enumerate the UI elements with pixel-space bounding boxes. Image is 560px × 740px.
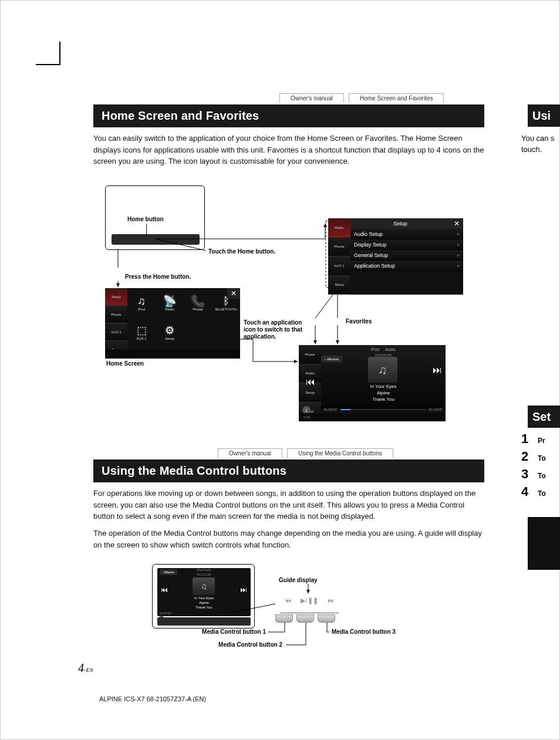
note-icon: ♫ (379, 363, 387, 377)
tab-owners-manual: Owner's manual (218, 448, 282, 458)
close-button[interactable]: ✕ (450, 218, 463, 229)
device-screen: ‹Albums iPod Audio 0013/0184 ♫ ⏮ ⏭ In Yo… (157, 568, 251, 616)
album-name: Thank You (157, 606, 251, 609)
chevron-right-icon: » (457, 242, 460, 248)
footer-text: ALPINE ICS-X7 68-21057Z37-A (EN) (99, 695, 206, 702)
app-phone[interactable]: 📞Phone (184, 288, 212, 317)
player-mock: Phone Radio Setup iPod iPod Audio ‹Album… (299, 345, 446, 421)
album-art-small: ♫ (193, 577, 215, 595)
label-home-button: Home button (127, 216, 164, 222)
next-button[interactable]: ⏭ (240, 586, 247, 594)
app-ipod[interactable]: ♫iPod (127, 288, 156, 317)
song-title: In Your Eyes (157, 596, 251, 600)
time-elapsed: 00:00'04" (323, 408, 338, 411)
sidebar-item-phone[interactable]: Phone (328, 238, 350, 257)
chevron-right-icon: » (457, 252, 460, 258)
app-aux1[interactable]: ⬚AUX 1 (127, 317, 156, 347)
section2-intro-b: The operation of the Media Control butto… (93, 528, 484, 550)
phone-icon: 📞 (191, 295, 204, 308)
label-guide-display: Guide display (279, 577, 318, 583)
guide-next-icon: ⏭ (328, 597, 334, 604)
section1-intro: You can easily switch to the application… (93, 133, 484, 167)
app-radio[interactable]: 📡Radio (156, 288, 184, 317)
right-text-2: touch. (521, 144, 560, 156)
right-screenshot-crop (528, 517, 560, 570)
hardware-buttons (275, 614, 335, 623)
prev-button[interactable]: ⏮ (161, 586, 168, 594)
album-art: ♫ (368, 357, 397, 383)
setup-row-audio[interactable]: Audio Setup» (350, 229, 463, 239)
device-outline-2: ‹Albums iPod Audio 0013/0184 ♫ ⏮ ⏭ In Yo… (152, 564, 255, 629)
tab-section-name: Home Screen and Favorites (349, 93, 444, 103)
setup-row-application[interactable]: Application Setup» (350, 261, 463, 271)
tab-owners-manual: Owner's manual (279, 93, 344, 103)
mini-trackpos: 0013/0184 (157, 573, 251, 576)
sidebar-item-aux1[interactable]: AUX 1 (105, 323, 127, 341)
breadcrumb-tabs: Owner's manual Home Screen and Favorites (279, 93, 444, 103)
album-name: Thank You (321, 397, 446, 402)
tab-section-name: Using the Media Control buttons (287, 448, 393, 458)
sidebar-item-radio[interactable]: Radio (105, 288, 127, 306)
player-main: iPod Audio ‹Albums 0013/0184 ♫ ⏭ ⏮ In Yo… (321, 345, 446, 411)
home-sidebar: Radio Phone AUX 1 Setup (105, 288, 127, 359)
chevron-left-icon: ‹ (325, 357, 326, 361)
right-step-2: 2To (521, 449, 560, 464)
hw-button-2[interactable] (296, 614, 314, 623)
app-grid: ♫iPod 📡Radio 📞Phone ᛒBLUETOOTH ⬚AUX 1 ⚙S… (127, 288, 240, 347)
diagram-home-favorites: Home button Touch the Home button. Press… (93, 180, 484, 426)
breadcrumb-tabs-2: Owner's manual Using the Media Control b… (218, 448, 393, 458)
bottom-status (105, 349, 240, 359)
guide-display: ⏮ ▶/❚❚ ⏭ (280, 593, 339, 613)
prev-button[interactable]: ⏮ (306, 377, 315, 387)
artist-name: Alpine (321, 390, 446, 396)
label-press-home: Press the Home button. (125, 273, 191, 281)
label-home-screen: Home Screen (106, 360, 144, 367)
hardware-button-bar (157, 617, 251, 626)
hw-button-3[interactable] (318, 614, 335, 623)
mini-header: iPod Audio (157, 568, 251, 572)
crop-mark-v (59, 42, 60, 65)
song-title: In Your Eyes (321, 384, 446, 389)
label-favorites: Favorites (346, 318, 372, 325)
sidebar-item-radio[interactable]: Radio (328, 218, 350, 238)
setup-sidebar: Radio Phone AUX 1 Setup (328, 218, 350, 295)
crop-mark-h (36, 64, 59, 65)
guide-prev-icon: ⏮ (285, 597, 291, 604)
player-header: iPod Audio (321, 345, 446, 353)
label-touch-home: Touch the Home button. (208, 248, 275, 255)
page: Owner's manual Home Screen and Favorites… (0, 0, 560, 740)
progress-track[interactable] (340, 409, 426, 410)
label-mc2: Media Control button 2 (200, 641, 282, 648)
hw-button-1[interactable] (275, 614, 293, 623)
progress-bar[interactable]: 00:00'04" 00:04'05" (321, 408, 446, 411)
guide-playpause-icon: ▶/❚❚ (301, 597, 318, 604)
next-button[interactable]: ⏭ (433, 365, 442, 376)
sidebar-item-phone[interactable]: Phone (105, 306, 127, 323)
close-button[interactable]: ✕ (227, 288, 240, 299)
time-total: 00:04'05" (429, 408, 443, 411)
sidebar-item-aux1[interactable]: AUX 1 (328, 256, 350, 276)
player-bottom-bar: 0:32 (299, 413, 446, 421)
right-step-3: 3To (521, 467, 560, 482)
antenna-icon: 📡 (163, 295, 176, 308)
app-setup[interactable]: ⚙Setup (156, 317, 184, 347)
setup-row-display[interactable]: Display Setup» (350, 239, 463, 250)
chevron-right-icon: » (457, 231, 460, 237)
right-step-1: 1Pr (521, 431, 560, 447)
right-step-4: 4To (521, 484, 560, 499)
callout-line (146, 224, 147, 235)
sidebar-item-setup[interactable]: Setup (328, 276, 350, 295)
label-mc3: Media Control button 3 (332, 629, 396, 635)
section-heading-home: Home Screen and Favorites (93, 104, 484, 127)
page-number: 4-EN (78, 661, 93, 675)
label-touch-app: Touch an application icon to switch to t… (244, 319, 308, 340)
setup-title: Setup (350, 218, 450, 229)
sidebar-item-phone[interactable]: Phone (299, 345, 321, 364)
section-heading-media: Using the Media Control buttons (93, 459, 484, 482)
gear-icon: ⚙ (165, 324, 174, 337)
home-screen-mock: Radio Phone AUX 1 Setup ♫iPod 📡Radio 📞Ph… (105, 288, 240, 359)
setup-row-general[interactable]: General Setup» (350, 250, 463, 261)
label-mc1: Media Control button 1 (200, 629, 266, 635)
chevron-right-icon: » (457, 263, 460, 269)
time-elapsed: 00:00'04" (160, 611, 172, 615)
